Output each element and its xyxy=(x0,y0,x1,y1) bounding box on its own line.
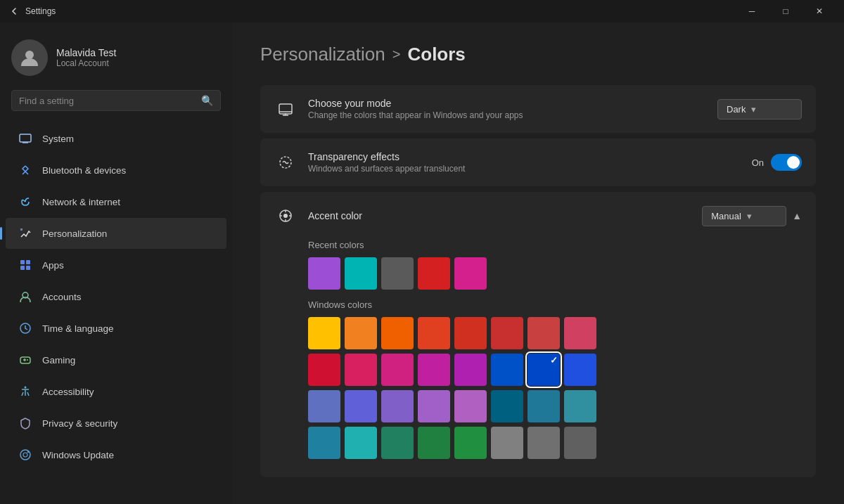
windows-color-3-0[interactable] xyxy=(308,427,340,459)
recent-color-2[interactable] xyxy=(381,257,414,290)
maximize-button[interactable]: □ xyxy=(769,0,802,22)
mode-desc: Change the colors that appear in Windows… xyxy=(308,110,717,120)
mode-title: Choose your mode xyxy=(308,98,717,109)
breadcrumb-separator: > xyxy=(392,46,401,63)
windows-color-0-0[interactable] xyxy=(308,317,340,349)
privacy-icon xyxy=(17,415,34,432)
recent-color-4[interactable] xyxy=(454,257,487,290)
windows-color-0-3[interactable] xyxy=(418,317,450,349)
windows-color-1-3[interactable] xyxy=(418,354,450,386)
gaming-icon xyxy=(17,351,34,368)
windows-color-3-4[interactable] xyxy=(454,427,487,459)
sidebar-item-label-time: Time & language xyxy=(42,323,114,334)
avatar xyxy=(11,39,48,76)
transparency-text: Transparency effects Windows and surface… xyxy=(308,151,752,174)
sidebar-item-gaming[interactable]: Gaming xyxy=(6,344,226,375)
sidebar-item-apps[interactable]: Apps xyxy=(6,250,226,280)
back-button[interactable] xyxy=(8,6,20,17)
transparency-control: On xyxy=(752,154,802,171)
windows-color-3-2[interactable] xyxy=(381,427,414,459)
user-info: Malavida Test Local Account xyxy=(56,47,116,68)
sidebar-item-label-personalization: Personalization xyxy=(42,228,107,239)
breadcrumb-parent: Personalization xyxy=(260,44,385,65)
close-button[interactable]: ✕ xyxy=(803,0,836,22)
windows-color-2-4[interactable] xyxy=(454,390,487,422)
windows-color-row-3 xyxy=(308,427,802,459)
search-box[interactable]: 🔍 xyxy=(11,90,221,111)
mode-text: Choose your mode Change the colors that … xyxy=(308,98,717,120)
sidebar: Malavida Test Local Account 🔍 SystemBlue… xyxy=(0,22,232,504)
windows-color-0-2[interactable] xyxy=(381,317,414,349)
transparency-icon xyxy=(274,151,297,174)
recent-color-3[interactable] xyxy=(418,257,450,290)
windows-color-2-0[interactable] xyxy=(308,390,340,422)
svg-point-11 xyxy=(27,359,28,361)
sidebar-item-label-gaming: Gaming xyxy=(42,355,75,366)
transparency-desc: Windows and surfaces appear translucent xyxy=(308,164,752,174)
windows-color-3-3[interactable] xyxy=(418,427,450,459)
sidebar-item-label-system: System xyxy=(42,134,74,144)
windows-color-0-6[interactable] xyxy=(528,317,560,349)
user-account: Local Account xyxy=(56,58,116,68)
accent-title: Accent color xyxy=(308,210,702,221)
transparency-toggle[interactable] xyxy=(771,154,802,171)
windows-color-2-1[interactable] xyxy=(345,390,377,422)
windows-color-row-1 xyxy=(308,354,802,386)
windows-color-2-3[interactable] xyxy=(418,390,450,422)
windows-color-0-4[interactable] xyxy=(454,317,487,349)
titlebar: Settings ─ □ ✕ xyxy=(0,0,844,22)
svg-point-20 xyxy=(283,214,288,218)
windows-color-2-5[interactable] xyxy=(491,390,523,422)
accent-collapse-arrow[interactable]: ▲ xyxy=(792,210,802,221)
minimize-button[interactable]: ─ xyxy=(736,0,768,22)
time-icon xyxy=(17,320,34,337)
mode-icon xyxy=(274,98,297,120)
sidebar-item-system[interactable]: System xyxy=(6,123,226,154)
windows-color-1-2[interactable] xyxy=(381,354,414,386)
accent-dropdown[interactable]: Manual ▾ xyxy=(702,206,786,226)
windows-color-0-1[interactable] xyxy=(345,317,377,349)
sidebar-item-network[interactable]: Network & internet xyxy=(6,186,226,217)
sidebar-item-bluetooth[interactable]: Bluetooth & devices xyxy=(6,155,226,186)
sidebar-item-update[interactable]: Windows Update xyxy=(6,439,226,470)
accent-icon xyxy=(274,205,297,227)
mode-value: Dark xyxy=(727,104,746,115)
update-icon xyxy=(17,446,34,463)
recent-color-1[interactable] xyxy=(345,257,377,290)
sidebar-item-time[interactable]: Time & language xyxy=(6,313,226,344)
windows-colors-grid xyxy=(308,317,802,459)
windows-color-3-6[interactable] xyxy=(528,427,560,459)
search-icon: 🔍 xyxy=(201,95,213,106)
windows-color-2-6[interactable] xyxy=(528,390,560,422)
sidebar-item-personalization[interactable]: Personalization xyxy=(6,218,226,249)
windows-color-2-2[interactable] xyxy=(381,390,414,422)
windows-color-1-5[interactable] xyxy=(491,354,523,386)
window-controls: ─ □ ✕ xyxy=(736,0,836,22)
personalization-icon xyxy=(17,225,34,242)
windows-color-row-2 xyxy=(308,390,802,422)
windows-color-1-7[interactable] xyxy=(564,354,596,386)
windows-color-3-5[interactable] xyxy=(491,427,523,459)
windows-color-3-1[interactable] xyxy=(345,427,377,459)
sidebar-item-accessibility[interactable]: Accessibility xyxy=(6,376,226,407)
sidebar-item-label-accounts: Accounts xyxy=(42,292,82,302)
windows-color-1-0[interactable] xyxy=(308,354,340,386)
svg-point-12 xyxy=(25,387,27,389)
mode-dropdown[interactable]: Dark ▾ xyxy=(717,99,802,119)
windows-color-2-7[interactable] xyxy=(564,390,596,422)
windows-color-3-7[interactable] xyxy=(564,427,596,459)
sidebar-item-accounts[interactable]: Accounts xyxy=(6,281,226,312)
svg-point-0 xyxy=(25,51,34,59)
sidebar-item-privacy[interactable]: Privacy & security xyxy=(6,408,226,439)
windows-color-0-5[interactable] xyxy=(491,317,523,349)
main-content: Personalization > Colors Choose your mod… xyxy=(232,22,844,504)
windows-color-0-7[interactable] xyxy=(564,317,596,349)
recent-color-0[interactable] xyxy=(308,257,340,290)
recent-colors-row xyxy=(308,257,802,290)
windows-color-1-4[interactable] xyxy=(454,354,487,386)
windows-color-1-6[interactable] xyxy=(528,354,560,386)
windows-color-1-1[interactable] xyxy=(345,354,377,386)
bluetooth-icon xyxy=(17,162,34,179)
search-input[interactable] xyxy=(19,96,201,106)
toggle-thumb xyxy=(787,156,800,169)
